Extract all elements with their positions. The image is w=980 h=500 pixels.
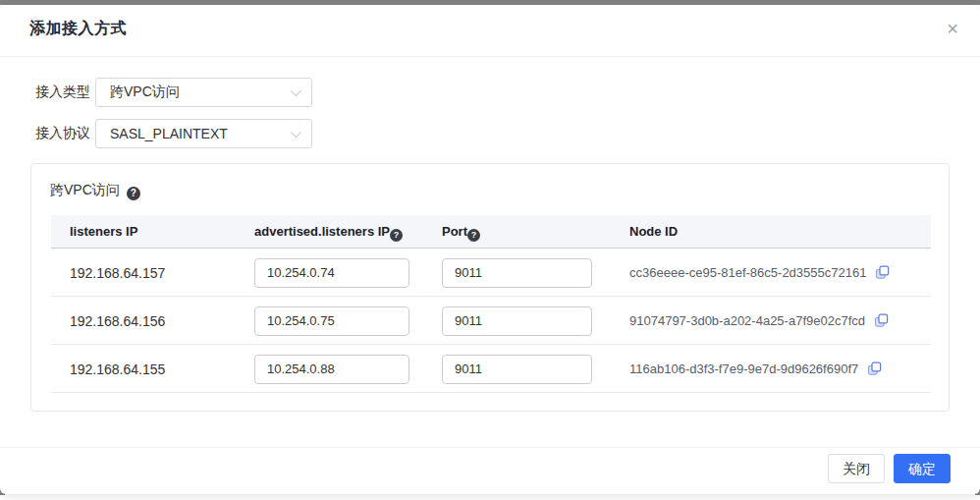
listeners-ip-cell: 192.168.64.156 bbox=[70, 297, 165, 345]
listeners-ip-cell: 192.168.64.157 bbox=[70, 249, 165, 297]
panel-title: 跨VPC访问? bbox=[50, 182, 140, 200]
node-id-text: cc36eeee-ce95-81ef-86c5-2d3555c72161 bbox=[629, 265, 866, 280]
header-divider bbox=[0, 56, 980, 57]
screen: 添加接入方式 × 接入类型 跨VPC访问 接入协议 SASL_PLAINTEXT… bbox=[0, 0, 980, 500]
table-row: 192.168.64.156 91074797-3d0b-a202-4a25-a… bbox=[51, 297, 931, 345]
copy-icon[interactable] bbox=[875, 265, 890, 280]
port-input[interactable] bbox=[442, 306, 592, 336]
help-icon[interactable]: ? bbox=[467, 229, 480, 242]
col-node-id: Node ID bbox=[629, 215, 678, 249]
add-access-method-dialog: 添加接入方式 × 接入类型 跨VPC访问 接入协议 SASL_PLAINTEXT… bbox=[0, 5, 980, 494]
cross-vpc-panel: 跨VPC访问? listeners IP advertised.listener… bbox=[30, 163, 950, 412]
table-row: 192.168.64.155 116ab106-d3f3-f7e9-9e7d-9… bbox=[51, 345, 931, 393]
col-listeners-ip: listeners IP bbox=[70, 215, 137, 249]
col-advertised-listeners-ip: advertised.listeners IP? bbox=[254, 215, 403, 249]
col-port: Port? bbox=[442, 215, 480, 249]
copy-icon[interactable] bbox=[874, 313, 889, 328]
table-row: 192.168.64.157 cc36eeee-ce95-81ef-86c5-2… bbox=[51, 249, 931, 297]
copy-icon[interactable] bbox=[867, 361, 882, 376]
close-icon[interactable]: × bbox=[941, 17, 964, 40]
footer-divider bbox=[0, 447, 980, 448]
help-icon[interactable]: ? bbox=[390, 229, 403, 242]
access-type-row: 接入类型 跨VPC访问 bbox=[35, 78, 312, 107]
access-type-value: 跨VPC访问 bbox=[110, 83, 180, 101]
access-protocol-label: 接入协议 bbox=[35, 125, 95, 142]
cross-vpc-table: listeners IP advertised.listeners IP? Po… bbox=[51, 215, 931, 393]
port-input[interactable] bbox=[442, 355, 592, 384]
advertised-ip-input[interactable] bbox=[254, 306, 409, 336]
dialog-title: 添加接入方式 bbox=[29, 19, 127, 39]
confirm-button[interactable]: 确定 bbox=[894, 454, 951, 483]
node-id-text: 91074797-3d0b-a202-4a25-a7f9e02c7fcd bbox=[629, 313, 865, 328]
access-type-label: 接入类型 bbox=[35, 83, 95, 101]
access-protocol-select[interactable]: SASL_PLAINTEXT bbox=[95, 119, 312, 148]
access-protocol-row: 接入协议 SASL_PLAINTEXT bbox=[35, 119, 312, 148]
port-input[interactable] bbox=[442, 258, 592, 288]
chevron-down-icon bbox=[291, 85, 301, 96]
panel-title-text: 跨VPC访问 bbox=[50, 182, 120, 197]
access-type-select[interactable]: 跨VPC访问 bbox=[95, 78, 312, 107]
advertised-ip-input[interactable] bbox=[254, 258, 409, 288]
chevron-down-icon bbox=[291, 127, 301, 138]
access-protocol-value: SASL_PLAINTEXT bbox=[110, 126, 228, 141]
help-icon[interactable]: ? bbox=[127, 187, 140, 200]
advertised-ip-input[interactable] bbox=[254, 355, 409, 384]
table-header-row: listeners IP advertised.listeners IP? Po… bbox=[51, 215, 931, 249]
node-id-text: 116ab106-d3f3-f7e9-9e7d-9d9626f690f7 bbox=[629, 361, 858, 376]
listeners-ip-cell: 192.168.64.155 bbox=[70, 345, 165, 393]
close-button[interactable]: 关闭 bbox=[828, 454, 885, 483]
